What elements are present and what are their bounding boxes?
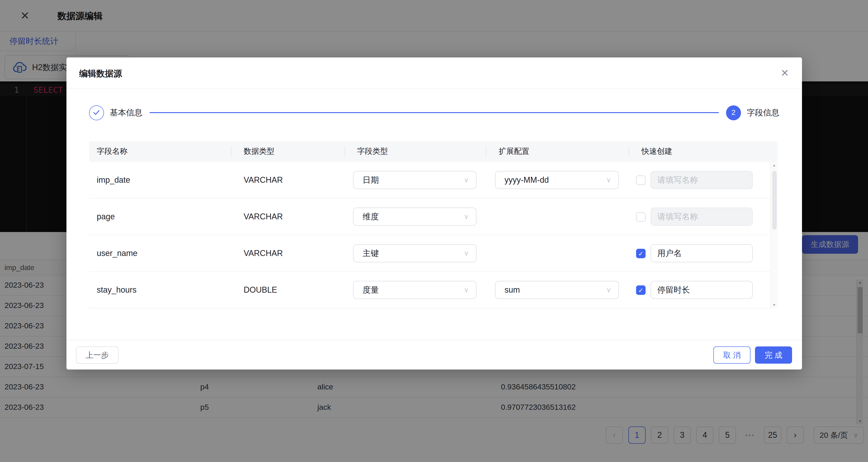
step1-label: 基本信息 [110,107,143,118]
edit-datasource-modal: 编辑数据源 ✕ 基本信息 2 字段信息 字段名称 数据类型 字段类型 扩展配置 … [66,57,802,370]
scrollbar-thumb[interactable] [772,171,777,230]
chevron-down-icon: ∨ [464,176,469,184]
header-quick-create: 快速创建 [642,141,672,162]
field-row-user-name: user_name VARCHAR 主键 ∨ ✓ [89,235,778,272]
stepper-connector [150,112,719,113]
header-separator [486,147,487,156]
cancel-button[interactable]: 取 消 [713,346,750,364]
header-field-type: 字段类型 [357,141,388,162]
modal-footer: 上一步 取 消 完 成 [66,340,802,370]
chevron-down-icon: ∨ [464,213,469,221]
screen: ✕ 数据源编辑 停留时长统计 H2数据实例 1 SELECT imp 生成数据源… [0,0,868,462]
quick-create-checkbox[interactable]: ✓ [636,285,646,295]
quick-create-checkbox[interactable] [636,212,646,222]
quick-name-input[interactable] [651,208,753,226]
header-separator [231,147,231,156]
finish-button[interactable]: 完 成 [755,346,792,364]
quick-name-input[interactable] [651,281,753,299]
ext-config-select[interactable]: yyyy-MM-dd ∨ [495,171,619,189]
header-field-name: 字段名称 [97,141,127,162]
modal-header: 编辑数据源 ✕ [66,57,802,89]
stepper: 基本信息 2 字段信息 [89,103,779,123]
chevron-down-icon: ∨ [464,249,469,257]
quick-name-input[interactable] [651,244,753,262]
previous-step-button[interactable]: 上一步 [76,346,119,364]
fields-table-header: 字段名称 数据类型 字段类型 扩展配置 快速创建 [89,141,778,162]
modal-title: 编辑数据源 [79,68,122,80]
chevron-down-icon: ∨ [606,286,611,294]
field-row-stay-hours: stay_hours DOUBLE 度量 ∨ sum ∨ ✓ [89,272,778,308]
header-separator [629,147,629,156]
field-type-select[interactable]: 日期 ∨ [353,171,476,189]
chevron-down-icon: ∨ [606,176,611,184]
field-row-imp-date: imp_date VARCHAR 日期 ∨ yyyy-MM-dd ∨ [89,162,778,198]
step2-number: 2 [726,105,741,120]
fields-table: 字段名称 数据类型 字段类型 扩展配置 快速创建 imp_date VARCHA… [89,141,778,308]
fields-scrollbar[interactable]: ▲ ▼ [770,162,778,308]
ext-config-select[interactable]: sum ∨ [495,281,619,299]
header-separator [344,147,345,156]
header-ext-config: 扩展配置 [499,141,529,162]
header-data-type: 数据类型 [244,141,274,162]
field-type-select[interactable]: 主键 ∨ [353,244,476,262]
chevron-down-icon: ∨ [464,286,469,294]
step1-check-icon [89,105,104,120]
quick-name-input[interactable] [651,171,753,189]
quick-create-checkbox[interactable]: ✓ [636,249,646,258]
scroll-down-icon[interactable]: ▼ [771,303,778,307]
field-row-page: page VARCHAR 维度 ∨ [89,198,778,235]
scroll-up-icon[interactable]: ▲ [771,163,778,167]
fields-table-body: imp_date VARCHAR 日期 ∨ yyyy-MM-dd ∨ page [89,162,778,308]
field-type-select[interactable]: 维度 ∨ [353,208,476,226]
modal-close-icon[interactable]: ✕ [778,67,791,80]
quick-create-checkbox[interactable] [636,176,646,185]
field-type-select[interactable]: 度量 ∨ [353,281,476,299]
step2-label: 字段信息 [747,107,779,118]
